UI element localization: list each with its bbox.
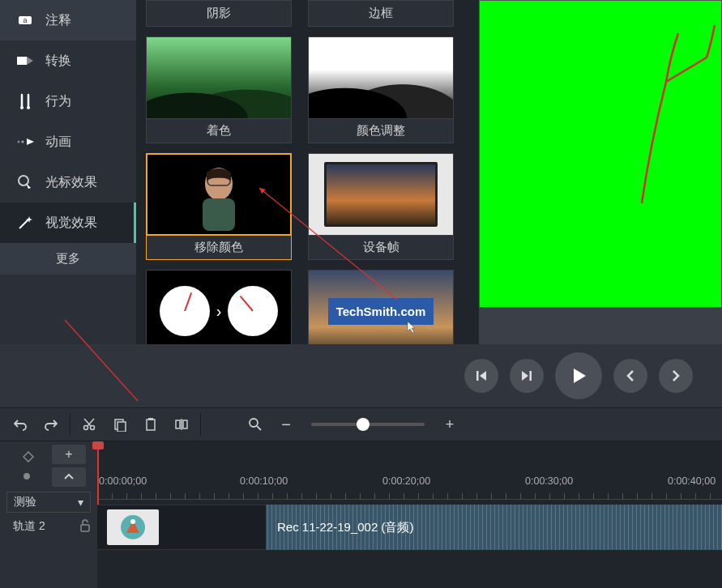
step-forward-icon	[519, 369, 534, 383]
sidebar-item-behavior[interactable]: 行为	[0, 81, 136, 121]
svg-point-31	[23, 473, 30, 479]
track-header-column: + 测验 ▾ 轨道 2	[0, 441, 97, 588]
sidebar-more-label: 更多	[56, 251, 80, 265]
effects-panel: 阴影 边框 着色 颜色调整 移除颜色	[136, 0, 479, 344]
timeline: + 测验 ▾ 轨道 2 0:00:00;00 0:00:10;00 0:00:2…	[0, 441, 722, 588]
svg-marker-19	[574, 369, 586, 383]
svg-point-29	[250, 419, 258, 427]
timeline-ruler[interactable]: 0:00:00;00 0:00:10;00 0:00:20;00 0:00:30…	[97, 475, 722, 500]
sidebar-item-label: 注释	[45, 12, 71, 29]
effect-interactive-hotspot[interactable]: TechSmith.com	[308, 270, 454, 344]
marker-dot-icon[interactable]	[23, 469, 31, 484]
zoom-fit-button[interactable]	[241, 411, 269, 438]
zoom-slider-thumb[interactable]	[357, 418, 370, 431]
quiz-dropdown[interactable]: 测验 ▾	[6, 492, 91, 513]
dropdown-arrow-icon: ▾	[78, 496, 83, 509]
techsmith-badge: TechSmith.com	[328, 298, 434, 325]
zoom-out-button[interactable]: −	[272, 411, 300, 438]
effect-device-frame[interactable]: 设备帧	[308, 153, 454, 260]
svg-rect-24	[147, 420, 155, 430]
split-button[interactable]	[168, 411, 195, 438]
copy-icon	[113, 417, 127, 432]
preview-area	[479, 0, 722, 344]
effect-color-adjust[interactable]: 颜色调整	[308, 36, 454, 143]
effect-border[interactable]: 边框	[308, 0, 454, 27]
effect-shadow[interactable]: 阴影	[146, 0, 292, 27]
svg-line-30	[257, 426, 261, 430]
cut-button[interactable]	[75, 411, 103, 438]
prev-marker-button[interactable]	[613, 359, 647, 393]
timeline-toolbar: − +	[0, 407, 722, 441]
chevron-left-icon	[624, 369, 637, 382]
annotation-icon: a	[16, 11, 34, 29]
effect-thumb: TechSmith.com	[308, 270, 454, 344]
split-icon	[174, 417, 189, 432]
sidebar-item-label: 转换	[45, 53, 71, 70]
zoom-slider[interactable]	[311, 423, 425, 426]
undo-icon	[13, 417, 28, 432]
svg-marker-3	[27, 57, 33, 65]
marker-icon[interactable]	[23, 451, 34, 466]
zoom-in-button[interactable]: +	[436, 411, 464, 438]
sidebar-item-label: 行为	[45, 93, 71, 110]
svg-point-21	[91, 426, 95, 430]
lock-open-icon	[79, 519, 91, 532]
collapse-tracks-button[interactable]	[52, 467, 86, 487]
svg-rect-23	[117, 422, 126, 432]
copy-button[interactable]	[106, 411, 134, 438]
paste-icon	[143, 417, 158, 432]
svg-point-35	[130, 519, 135, 524]
chevron-up-icon	[64, 474, 74, 480]
svg-rect-15	[476, 371, 479, 381]
next-marker-button[interactable]	[659, 359, 693, 393]
effect-remove-color[interactable]: 移除颜色	[146, 153, 292, 260]
magic-wand-icon	[16, 214, 34, 232]
track-label: 轨道 2	[13, 519, 45, 534]
svg-rect-25	[148, 418, 153, 420]
step-back-icon	[474, 369, 489, 383]
effect-thumb	[308, 36, 454, 119]
effect-thumb: ›	[146, 270, 292, 344]
prev-frame-button[interactable]	[464, 359, 498, 393]
sidebar-more-button[interactable]: 更多	[0, 243, 136, 275]
preview-canvas[interactable]	[479, 0, 722, 308]
canvas-drawing	[480, 1, 722, 309]
cursor-effects-icon	[16, 173, 34, 191]
undo-button[interactable]	[6, 411, 34, 438]
effect-colorize[interactable]: 着色	[146, 36, 292, 143]
audio-clip-label: Rec 11-22-19_002 (音频)	[277, 520, 413, 535]
sidebar-item-annotation[interactable]: a 注释	[0, 0, 136, 40]
effect-thumb	[146, 36, 292, 119]
sidebar-item-cursor-effects[interactable]: 光标效果	[0, 162, 136, 202]
quiz-label: 测验	[14, 495, 36, 509]
svg-rect-27	[183, 420, 187, 428]
play-button[interactable]	[555, 352, 602, 399]
lock-track-button[interactable]	[79, 519, 91, 535]
sidebar-item-animation[interactable]: 动画	[0, 121, 136, 162]
cursor-icon	[406, 320, 419, 333]
redo-icon	[44, 417, 58, 432]
add-track-button[interactable]: +	[52, 445, 86, 464]
svg-point-20	[84, 426, 88, 430]
video-clip-thumb[interactable]	[107, 509, 159, 545]
plus-icon: +	[65, 447, 72, 462]
transition-icon	[16, 52, 34, 70]
svg-marker-8	[27, 138, 34, 145]
effect-thumb	[308, 153, 454, 236]
paste-button[interactable]	[137, 411, 164, 438]
chevron-right-icon: ›	[216, 302, 222, 321]
sidebar-item-visual-effects[interactable]: 视觉效果	[0, 202, 136, 243]
next-frame-button[interactable]	[510, 359, 544, 393]
behavior-icon	[16, 92, 34, 110]
redo-button[interactable]	[37, 411, 65, 438]
effect-clip-speed[interactable]: ›	[146, 270, 292, 344]
sidebar-item-label: 动画	[45, 134, 71, 151]
audio-clip[interactable]: Rec 11-22-19_002 (音频)	[266, 505, 722, 550]
playback-bar	[0, 344, 722, 407]
magnifier-icon	[248, 417, 263, 432]
svg-rect-18	[530, 371, 532, 381]
svg-marker-16	[480, 371, 486, 381]
sidebar-item-transition[interactable]: 转换	[0, 40, 136, 81]
sidebar-item-label: 光标效果	[45, 174, 97, 191]
svg-point-6	[18, 141, 20, 143]
